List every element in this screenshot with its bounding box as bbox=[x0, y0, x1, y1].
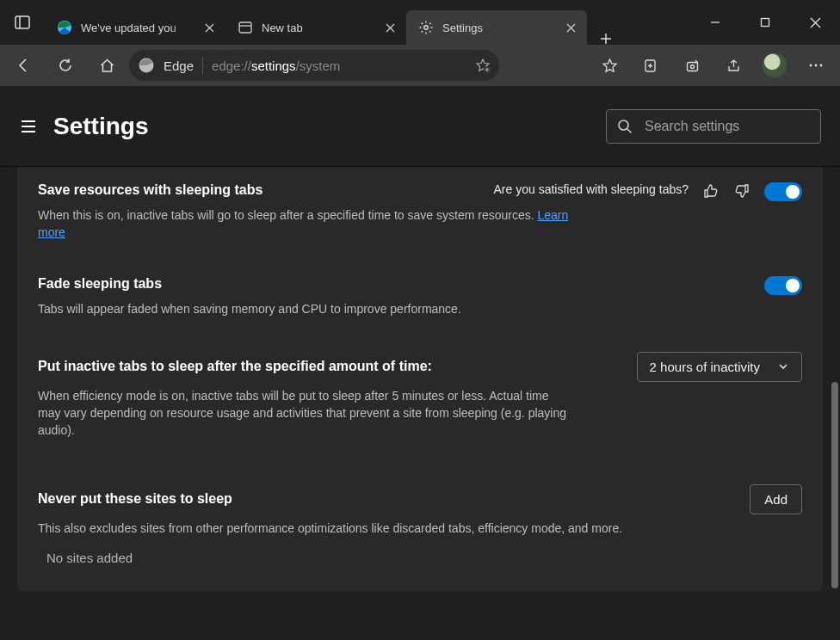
hamburger-menu-button[interactable] bbox=[19, 117, 38, 136]
chevron-down-icon bbox=[777, 360, 789, 372]
setting-title: Fade sleeping tabs bbox=[38, 276, 162, 292]
setting-description: Tabs will appear faded when saving memor… bbox=[38, 300, 589, 317]
refresh-button[interactable] bbox=[46, 48, 84, 83]
add-favorite-button[interactable] bbox=[475, 58, 491, 73]
extensions-button[interactable] bbox=[673, 48, 711, 83]
back-button[interactable] bbox=[5, 48, 43, 83]
new-tab-button[interactable] bbox=[587, 33, 625, 45]
search-icon bbox=[617, 119, 633, 134]
setting-never-sleep: Never put these sites to sleep Add This … bbox=[17, 474, 823, 542]
gear-icon bbox=[418, 20, 434, 35]
setting-title: Save resources with sleeping tabs bbox=[38, 182, 262, 198]
tab-close-button[interactable] bbox=[201, 20, 217, 35]
empty-site-list: No sites added bbox=[17, 542, 823, 565]
svg-rect-11 bbox=[687, 62, 697, 71]
setting-description: When this is on, inactive tabs will go t… bbox=[38, 206, 589, 242]
tab-updated[interactable]: We've updated you bbox=[45, 10, 225, 45]
setting-title: Never put these sites to sleep bbox=[38, 491, 232, 507]
tab-actions-button[interactable] bbox=[0, 0, 45, 45]
browser-label: Edge bbox=[164, 58, 194, 73]
setting-fade-tabs: Fade sleeping tabs Tabs will appear fade… bbox=[17, 266, 823, 323]
menu-button[interactable] bbox=[797, 48, 835, 83]
edge-icon bbox=[138, 57, 155, 74]
collections-button[interactable] bbox=[632, 48, 670, 83]
tab-title: Settings bbox=[442, 22, 554, 34]
add-site-button[interactable]: Add bbox=[750, 484, 802, 514]
url-text: edge://settings/system bbox=[212, 58, 340, 73]
svg-rect-7 bbox=[762, 19, 769, 27]
tab-close-button[interactable] bbox=[563, 20, 578, 35]
setting-title: Put inactive tabs to sleep after the spe… bbox=[38, 359, 432, 374]
tab-title: We've updated you bbox=[81, 22, 193, 34]
tab-newtab[interactable]: New tab bbox=[225, 10, 406, 45]
svg-rect-3 bbox=[239, 22, 251, 33]
feedback-prompt: Are you satisfied with sleeping tabs? bbox=[494, 182, 689, 196]
favorites-button[interactable] bbox=[590, 48, 628, 83]
setting-inactive-sleep: Put inactive tabs to sleep after the spe… bbox=[17, 342, 823, 445]
setting-description: When efficiency mode is on, inactive tab… bbox=[38, 387, 571, 440]
svg-point-5 bbox=[424, 26, 428, 29]
page-title: Settings bbox=[53, 113, 148, 140]
fade-tabs-toggle[interactable] bbox=[764, 276, 802, 295]
edge-icon bbox=[57, 20, 72, 35]
scrollbar-thumb[interactable] bbox=[831, 382, 838, 588]
tab-settings[interactable]: Settings bbox=[406, 10, 587, 45]
search-settings-input[interactable] bbox=[645, 119, 810, 134]
tab-close-button[interactable] bbox=[382, 20, 398, 35]
svg-point-14 bbox=[815, 65, 818, 67]
separator bbox=[202, 57, 203, 74]
home-button[interactable] bbox=[88, 48, 126, 83]
window-maximize-button[interactable] bbox=[740, 0, 790, 45]
window-close-button[interactable] bbox=[790, 0, 840, 45]
sleep-time-dropdown[interactable]: 2 hours of inactivity bbox=[637, 352, 802, 382]
svg-point-13 bbox=[810, 65, 812, 67]
svg-rect-0 bbox=[15, 16, 29, 28]
svg-point-12 bbox=[690, 65, 694, 68]
share-button[interactable] bbox=[714, 48, 752, 83]
svg-line-17 bbox=[627, 129, 632, 133]
sleeping-tabs-toggle[interactable] bbox=[764, 182, 802, 201]
tab-title: New tab bbox=[262, 22, 374, 34]
thumbs-down-button[interactable] bbox=[733, 182, 750, 200]
dropdown-value: 2 hours of inactivity bbox=[650, 360, 760, 374]
address-bar[interactable]: Edge edge://settings/system bbox=[129, 50, 499, 81]
profile-avatar[interactable] bbox=[756, 48, 794, 83]
svg-point-15 bbox=[820, 65, 823, 67]
thumbs-up-button[interactable] bbox=[702, 182, 720, 200]
newtab-icon bbox=[238, 20, 253, 35]
window-minimize-button[interactable] bbox=[690, 0, 740, 45]
setting-sleeping-tabs: Save resources with sleeping tabs Are yo… bbox=[17, 172, 823, 247]
svg-point-16 bbox=[619, 120, 628, 130]
setting-description: This also excludes sites from other perf… bbox=[38, 520, 692, 537]
search-settings-box[interactable] bbox=[606, 109, 821, 144]
